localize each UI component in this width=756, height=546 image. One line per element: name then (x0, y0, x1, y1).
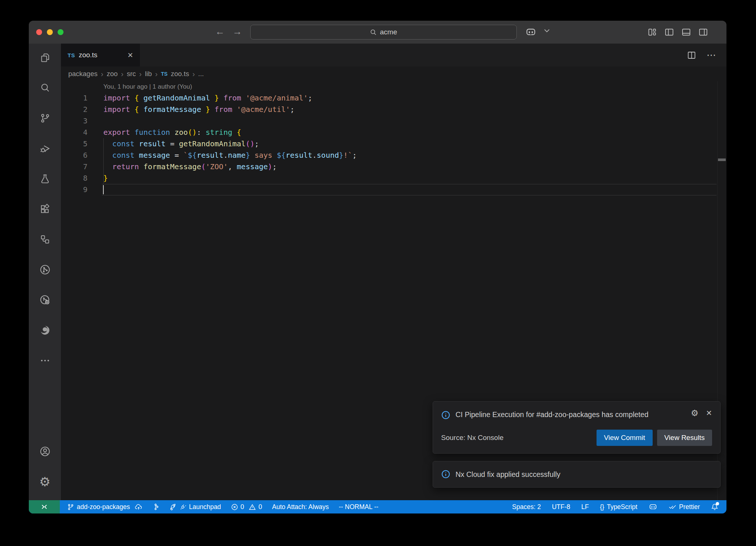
cloud-upload-icon (135, 504, 142, 511)
encoding-label: UTF-8 (552, 503, 570, 511)
tab-label: zoo.ts (79, 51, 97, 59)
zoom-window-button[interactable] (58, 29, 63, 35)
auto-attach-status[interactable]: Auto Attach: Always (272, 503, 329, 511)
line-number: 5 (61, 138, 87, 150)
problems-status[interactable]: 0 0 (231, 503, 262, 511)
notifications-bell[interactable] (711, 503, 718, 511)
breadcrumb-item[interactable]: lib (145, 70, 152, 78)
code-text: } (87, 173, 108, 184)
language-mode-status[interactable]: {} TypeScript (600, 503, 637, 511)
tab-zoo-ts[interactable]: TS zoo.ts ✕ (61, 44, 140, 66)
auto-attach-label: Auto Attach: Always (272, 503, 329, 511)
vim-mode-status[interactable]: -- NORMAL -- (339, 503, 378, 511)
nx-cloud-icon[interactable] (36, 291, 54, 309)
braces-icon: {} (600, 503, 604, 511)
notification-nx-cloud-fix[interactable]: Nx Cloud fix applied successfully (433, 461, 721, 488)
close-tab-icon[interactable]: ✕ (127, 51, 133, 59)
toggle-panel-icon[interactable] (681, 27, 691, 37)
more-views-icon[interactable] (36, 352, 54, 369)
code-line-8[interactable]: 8} (61, 173, 726, 184)
toggle-secondary-sidebar-icon[interactable] (698, 27, 708, 37)
launchpad-status[interactable]: Launchpad (169, 503, 221, 511)
rocket-icon (169, 503, 177, 511)
forward-arrow-icon[interactable]: → (233, 26, 242, 37)
breadcrumb-item[interactable]: packages (68, 70, 97, 78)
overview-ruler-marker (718, 158, 726, 161)
search-sidebar-icon[interactable] (36, 79, 54, 97)
line-number: 7 (61, 161, 87, 173)
line-number: 1 (61, 92, 87, 104)
indent-guide (103, 138, 104, 184)
info-icon (441, 410, 450, 420)
edge-browser-icon[interactable] (36, 321, 54, 339)
copilot-icon[interactable] (525, 27, 536, 38)
source-control-icon[interactable] (36, 109, 54, 127)
line-number: 6 (61, 150, 87, 161)
breadcrumb-file[interactable]: zoo.ts (171, 70, 189, 78)
copilot-status[interactable] (649, 502, 657, 511)
code-text: import { formatMessage } from '@acme/uti… (87, 104, 295, 115)
chevron-down-icon[interactable] (544, 29, 550, 33)
code-text (87, 115, 103, 127)
breadcrumb-separator: › (192, 70, 195, 78)
code-text: const result = getRandomAnimal(); (87, 138, 259, 150)
code-line-1[interactable]: 1import { getRandomAnimal } from '@acme/… (61, 92, 726, 104)
code-line-3[interactable]: 3 (61, 115, 726, 127)
breadcrumb-item[interactable]: src (127, 70, 136, 78)
explorer-icon[interactable] (36, 49, 54, 66)
code-line-2[interactable]: 2import { formatMessage } from '@acme/ut… (61, 104, 726, 115)
eol-status[interactable]: LF (581, 503, 589, 511)
nx-console-icon[interactable] (36, 261, 54, 279)
code-text (87, 184, 103, 195)
code-text: return formatMessage('ZOO', message); (87, 161, 277, 173)
indentation-status[interactable]: Spaces: 2 (512, 503, 541, 511)
notification-settings-icon[interactable]: ⚙ (691, 409, 699, 417)
warning-triangle-icon (249, 504, 256, 511)
encoding-status[interactable]: UTF-8 (552, 503, 570, 511)
account-icon[interactable] (36, 443, 54, 460)
command-center-search[interactable]: acme (250, 25, 517, 40)
remote-indicator[interactable] (29, 500, 60, 513)
git-branch-status[interactable]: add-zoo-packages (67, 503, 142, 511)
status-bar: add-zoo-packages (29, 500, 726, 513)
plug-icon (180, 504, 186, 510)
notification-message: CI Pipeline Execution for #add-zoo-packa… (456, 409, 662, 420)
tab-bar: TS zoo.ts ✕ ⋯ (61, 44, 726, 66)
testing-beaker-icon[interactable] (36, 170, 54, 188)
breadcrumb-symbol-more[interactable]: ... (198, 70, 204, 78)
back-arrow-icon[interactable]: ← (215, 26, 225, 37)
typescript-file-icon: TS (161, 71, 168, 77)
double-check-icon (669, 504, 677, 510)
source-control-graph-status[interactable] (152, 503, 159, 511)
more-actions-icon[interactable]: ⋯ (707, 50, 717, 61)
view-commit-button[interactable]: View Commit (597, 430, 653, 446)
extensions-icon[interactable] (36, 200, 54, 218)
activity-bar: ⚙ (29, 44, 61, 500)
notification-ci-pipeline[interactable]: CI Pipeline Execution for #add-zoo-packa… (433, 401, 721, 454)
breadcrumb-item[interactable]: zoo (107, 70, 118, 78)
code-line-5[interactable]: 5 const result = getRandomAnimal(); (61, 138, 726, 150)
code-text: const message = `${result.name} says ${r… (87, 150, 357, 161)
project-details-icon[interactable] (36, 231, 54, 248)
code-line-7[interactable]: 7 return formatMessage('ZOO', message); (61, 161, 726, 173)
spaces-label: Spaces: 2 (512, 503, 541, 511)
breadcrumb-separator: › (101, 70, 103, 78)
warning-count: 0 (258, 503, 262, 511)
settings-gear-icon[interactable]: ⚙ (36, 473, 54, 491)
notification-close-icon[interactable]: ✕ (706, 409, 712, 417)
git-branch-icon (67, 504, 74, 511)
breadcrumb-separator: › (139, 70, 142, 78)
minimize-window-button[interactable] (47, 29, 53, 35)
view-results-button[interactable]: View Results (657, 430, 712, 446)
customize-layout-icon[interactable] (647, 27, 657, 37)
code-line-6[interactable]: 6 const message = `${result.name} says $… (61, 150, 726, 161)
vscode-window: ← → acme (29, 21, 726, 513)
typescript-file-icon: TS (68, 52, 75, 58)
split-editor-icon[interactable] (687, 51, 696, 60)
toggle-primary-sidebar-icon[interactable] (664, 27, 674, 37)
formatter-status[interactable]: Prettier (669, 503, 700, 511)
launchpad-label: Launchpad (189, 503, 221, 511)
code-line-4[interactable]: 4export function zoo(): string { (61, 127, 726, 138)
run-and-debug-icon[interactable] (36, 140, 54, 157)
close-window-button[interactable] (36, 29, 42, 35)
